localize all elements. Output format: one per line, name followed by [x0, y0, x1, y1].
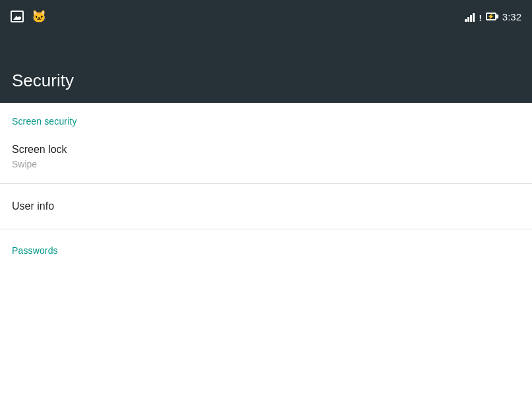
status-bar-right: ! 3:32	[465, 11, 521, 22]
status-bar: 🐱 ! 3:32	[0, 0, 532, 33]
divider-1	[0, 183, 532, 184]
signal-icon	[465, 11, 475, 22]
status-time: 3:32	[502, 11, 521, 22]
signal-exclaim-icon: !	[479, 14, 481, 22]
user-info-title: User info	[12, 199, 520, 214]
section-header-screen-security: Screen security	[0, 103, 532, 133]
image-icon	[11, 11, 24, 22]
screen-lock-title: Screen lock	[12, 142, 520, 157]
page-title: Security	[12, 71, 74, 91]
battery-icon	[486, 13, 498, 20]
app-bar: Security	[0, 33, 532, 103]
section-header-passwords: Passwords	[0, 232, 532, 262]
status-bar-left: 🐱	[11, 9, 46, 24]
settings-content: Screen security Screen lock Swipe User i…	[0, 103, 532, 262]
screen-lock-subtitle: Swipe	[12, 158, 520, 171]
divider-2	[0, 229, 532, 229]
user-info-item[interactable]: User info	[0, 187, 532, 226]
cat-notification-icon: 🐱	[32, 9, 46, 24]
screen-lock-item[interactable]: Screen lock Swipe	[0, 133, 532, 181]
